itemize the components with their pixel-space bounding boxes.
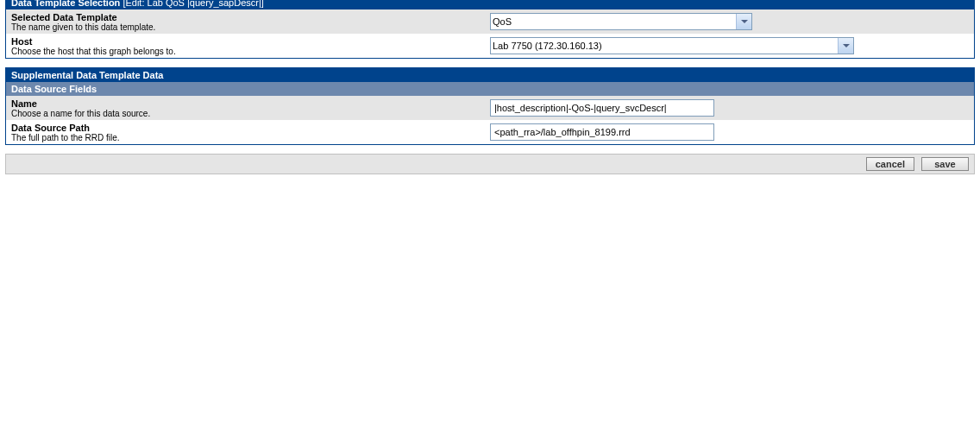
- row-host: Host Choose the host that this graph bel…: [6, 34, 974, 58]
- field-label: Name: [11, 98, 490, 109]
- data-template-select[interactable]: QoS: [490, 13, 752, 30]
- name-input[interactable]: [490, 99, 714, 117]
- section-header-subtitle: [Edit: Lab QoS |query_sapDescr|]: [122, 0, 263, 8]
- data-template-selection-section: Data Template Selection [Edit: Lab QoS |…: [5, 0, 975, 59]
- field-label: Data Source Path: [11, 123, 490, 133]
- row-selected-data-template: Selected Data Template The name given to…: [6, 9, 974, 34]
- section-header: Supplemental Data Template Data: [6, 68, 974, 82]
- subheader: Data Source Fields: [6, 82, 974, 96]
- row-data-source-path: Data Source Path The full path to the RR…: [6, 120, 974, 144]
- row-name: Name Choose a name for this data source.: [6, 96, 974, 120]
- host-select[interactable]: Lab 7750 (172.30.160.13): [490, 37, 854, 54]
- save-button[interactable]: save: [921, 157, 969, 171]
- field-desc: The name given to this data template.: [11, 22, 490, 32]
- action-bar: cancel save: [5, 154, 975, 174]
- data-source-path-input[interactable]: [490, 123, 714, 141]
- field-desc: The full path to the RRD file.: [11, 133, 490, 142]
- field-label: Selected Data Template: [11, 12, 490, 22]
- section-header-title: Data Template Selection: [11, 0, 120, 8]
- supplemental-data-section: Supplemental Data Template Data Data Sou…: [5, 67, 975, 145]
- cancel-button[interactable]: cancel: [866, 157, 914, 171]
- section-header: Data Template Selection [Edit: Lab QoS |…: [6, 0, 974, 9]
- field-desc: Choose the host that this graph belongs …: [11, 47, 490, 56]
- field-desc: Choose a name for this data source.: [11, 109, 490, 118]
- field-label: Host: [11, 36, 490, 47]
